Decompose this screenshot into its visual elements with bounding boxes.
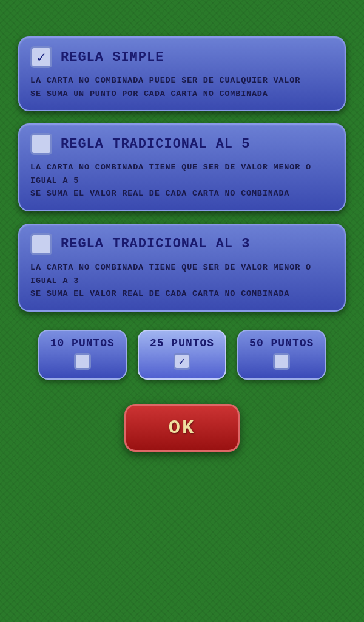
rule-desc-tradicional-5: La carta no combinada tiene que ser de v… [30, 161, 334, 200]
points-checkbox-50 [273, 353, 290, 370]
points-row: 10 Puntos 25 Puntos 50 Puntos [38, 330, 326, 380]
points-checkbox-25 [174, 353, 190, 370]
points-btn-50[interactable]: 50 Puntos [237, 330, 326, 380]
checkbox-regla-tradicional-3[interactable] [30, 233, 52, 255]
points-btn-25[interactable]: 25 Puntos [138, 330, 226, 380]
rule-desc-tradicional-3: La carta no combinada tiene que ser de v… [30, 261, 334, 301]
points-label-50: 50 Puntos [249, 337, 314, 349]
rule-card-tradicional-3: Regla Tradicional al 3 La carta no combi… [18, 224, 346, 312]
rule-header-tradicional-5: Regla Tradicional al 5 [30, 133, 334, 155]
rule-title-tradicional-3: Regla Tradicional al 3 [61, 236, 250, 251]
ok-button[interactable]: OK [124, 404, 240, 452]
rule-title-simple: Regla Simple [61, 50, 164, 65]
rule-header-tradicional-3: Regla Tradicional al 3 [30, 233, 334, 255]
points-label-25: 25 Puntos [150, 337, 214, 349]
points-checkbox-10 [74, 353, 91, 370]
checkbox-regla-tradicional-5[interactable] [30, 133, 52, 155]
rule-card-tradicional-5: Regla Tradicional al 5 La carta no combi… [18, 123, 346, 211]
checkbox-regla-simple[interactable] [30, 46, 52, 68]
rule-title-tradicional-5: Regla Tradicional al 5 [61, 137, 250, 152]
rule-card-simple: Regla Simple La carta no combinada puede… [18, 36, 346, 111]
rule-desc-simple: La carta no combinada puede ser de cualq… [30, 74, 334, 100]
points-btn-10[interactable]: 10 Puntos [38, 330, 127, 380]
ok-label: OK [169, 417, 195, 439]
points-label-10: 10 Puntos [50, 337, 115, 349]
rule-header-simple: Regla Simple [30, 46, 334, 68]
